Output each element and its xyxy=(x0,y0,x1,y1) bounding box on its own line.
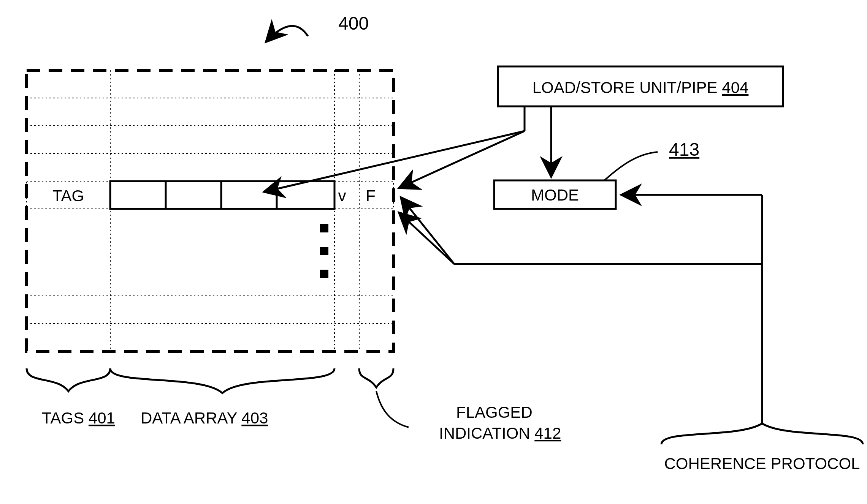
flag-bit-label: F xyxy=(366,187,376,205)
tags-label: TAGS xyxy=(42,409,89,427)
bottom-labels: TAGS 401 DATA ARRAY 403 FLAGGED INDICATI… xyxy=(42,391,561,442)
data-array-label: DATA ARRAY xyxy=(141,409,241,427)
figure-ref-label: 400 xyxy=(338,13,369,33)
svg-text:TAGS 401: TAGS 401 xyxy=(42,409,115,427)
ellipsis-dot xyxy=(320,247,328,255)
mode-label: MODE xyxy=(531,186,579,204)
loadstore-num: 404 xyxy=(722,79,748,96)
coherence-label: COHERENCE PROTOCOL xyxy=(664,455,860,472)
svg-text:LOAD/STORE UNIT/PIPE 404: LOAD/STORE UNIT/PIPE 404 xyxy=(533,79,749,96)
cache-row-highlighted: TAG v F xyxy=(27,181,393,209)
loadstore-arrows xyxy=(264,106,551,192)
svg-line-23 xyxy=(264,131,525,192)
svg-text:INDICATION 412: INDICATION 412 xyxy=(439,424,561,442)
mode-block: MODE 413 xyxy=(494,139,699,209)
loadstore-block: LOAD/STORE UNIT/PIPE 404 xyxy=(498,66,783,106)
svg-text:DATA ARRAY 403: DATA ARRAY 403 xyxy=(141,409,268,427)
tag-cell-label: TAG xyxy=(52,187,84,205)
data-array-num: 403 xyxy=(241,409,268,427)
tags-num: 401 xyxy=(89,409,115,427)
svg-rect-0 xyxy=(27,70,393,351)
svg-line-27 xyxy=(399,213,454,264)
ellipsis-dot xyxy=(320,224,328,232)
figure-ref-group: 400 xyxy=(266,13,369,42)
coherence-lines xyxy=(399,195,762,423)
braces-group xyxy=(27,368,393,393)
ellipsis-dot xyxy=(320,270,328,278)
coherence-brace: COHERENCE PROTOCOL xyxy=(661,423,863,472)
flagged-label-2: INDICATION xyxy=(439,424,534,442)
flagged-num: 412 xyxy=(534,424,561,442)
valid-bit-label: v xyxy=(338,187,346,205)
flagged-label-1: FLAGGED xyxy=(456,403,533,421)
mode-ref-num: 413 xyxy=(669,139,699,160)
cache-table: TAG v F xyxy=(27,70,393,351)
loadstore-text: LOAD/STORE UNIT/PIPE xyxy=(533,79,722,96)
svg-line-26 xyxy=(401,197,454,264)
svg-rect-12 xyxy=(110,181,334,209)
